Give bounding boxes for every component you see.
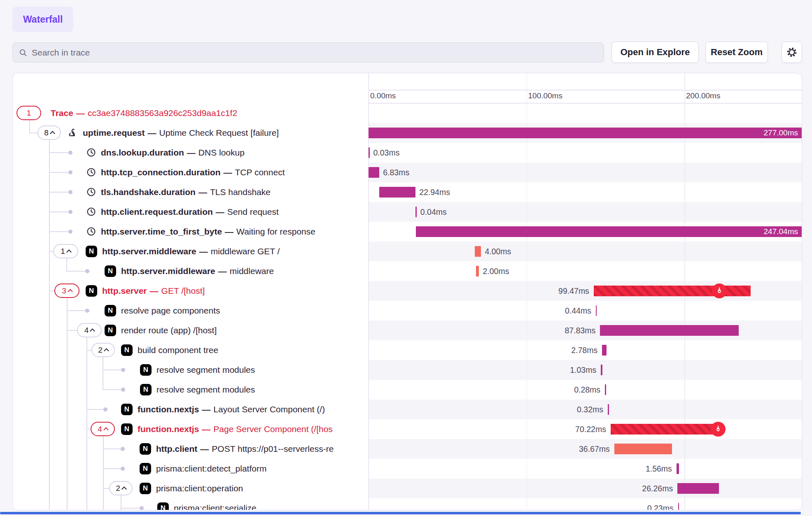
expand-toggle-pill[interactable]: 4 <box>77 323 102 337</box>
duration-bar[interactable] <box>602 345 607 356</box>
duration-bar[interactable] <box>369 167 379 178</box>
duration-bar[interactable] <box>600 325 739 336</box>
duration-bar[interactable] <box>677 463 679 474</box>
nextjs-icon: N <box>86 246 97 257</box>
span-op-name: uptime.request <box>83 128 145 137</box>
duration-bar[interactable]: 277.00ms <box>369 128 802 138</box>
tree-guide-line <box>103 436 104 510</box>
span-title: http.server—GET /[host] <box>102 281 368 301</box>
nextjs-icon: N <box>140 463 151 474</box>
settings-button[interactable] <box>782 42 802 63</box>
trace-row[interactable]: Nhttp.client—POST https://p01--serverles… <box>13 439 802 459</box>
trace-row[interactable]: 4Nfunction.nextjs—Page Server Component … <box>13 419 802 439</box>
chevron-up-icon <box>50 131 55 136</box>
reset-zoom-button[interactable]: Reset Zoom <box>705 42 768 63</box>
span-op-name: http.server.time_to_first_byte <box>101 227 222 236</box>
span-title: http.server.middleware—middleware GET / <box>102 242 368 261</box>
span-title: render route (app) /[host] <box>121 321 368 340</box>
child-count: 3 <box>62 286 66 295</box>
duration-bar[interactable] <box>415 207 417 217</box>
expand-toggle-pill[interactable]: 2 <box>109 481 133 495</box>
tree-connector <box>49 192 71 193</box>
span-description: Layout Server Component (/) <box>213 404 325 414</box>
tab-waterfall[interactable]: Waterfall <box>12 7 73 32</box>
duration-bar[interactable] <box>677 483 719 494</box>
trace-row[interactable]: dns.lookup.duration—DNS lookup0.03ms <box>13 143 802 163</box>
span-op-name: http.client.request.duration <box>101 207 213 216</box>
duration-label: 0.32ms <box>577 404 603 415</box>
trace-row[interactable]: Nresolve segment modules1.03ms <box>13 360 802 380</box>
span-description: Page Server Component (/[hos <box>213 424 333 434</box>
duration-bar[interactable] <box>601 365 602 375</box>
duration-bar[interactable] <box>608 404 609 415</box>
search-input[interactable] <box>32 48 598 58</box>
duration-bar[interactable] <box>475 246 481 257</box>
trace-row[interactable]: Nresolve segment modules0.28ms <box>13 380 802 400</box>
trace-row[interactable]: 8uptime.request—Uptime Check Request [fa… <box>13 123 802 143</box>
expand-toggle-pill[interactable]: 1 <box>53 244 78 258</box>
chevron-up-icon <box>68 289 73 294</box>
flame-badge <box>712 284 727 298</box>
separator-dash: — <box>150 286 159 295</box>
duration-bar[interactable] <box>678 503 679 510</box>
leaf-dot <box>140 506 144 510</box>
duration-label: 36.67ms <box>579 444 610 454</box>
span-description: Waiting for response <box>236 227 315 236</box>
trace-row[interactable]: Nprisma:client:detect_platform1.56ms <box>13 459 802 479</box>
expand-toggle-pill[interactable]: 4 <box>91 422 115 436</box>
separator-dash: — <box>187 148 196 157</box>
duration-bar[interactable] <box>369 147 370 158</box>
trace-row[interactable]: http.server.time_to_first_byte—Waiting f… <box>13 222 802 242</box>
leaf-dot <box>85 269 89 273</box>
trace-row[interactable]: 1Trace—cc3ae3748883563a926c253d9aa1c1f2 <box>13 103 802 123</box>
leaf-dot <box>121 467 125 471</box>
trace-row[interactable]: http.client.request.duration—Send reques… <box>13 202 802 222</box>
duration-bar[interactable] <box>614 444 672 454</box>
trace-row[interactable]: 1Nhttp.server.middleware—middleware GET … <box>13 242 802 261</box>
duration-bar[interactable] <box>594 286 751 296</box>
duration-bar[interactable] <box>596 305 597 316</box>
nextjs-icon: N <box>140 364 152 376</box>
expand-toggle-pill[interactable]: 1 <box>16 106 41 120</box>
child-count: 8 <box>44 128 49 137</box>
clock-icon <box>86 226 96 238</box>
trace-row[interactable]: Nresolve page components0.44ms <box>13 301 802 321</box>
duration-bar[interactable] <box>605 384 606 395</box>
duration-bar[interactable] <box>611 424 721 435</box>
expand-toggle-pill[interactable]: 2 <box>91 343 115 357</box>
chevron-up-icon <box>104 348 109 353</box>
separator-dash: — <box>148 128 156 137</box>
trace-row[interactable]: 2Nprisma:client:operation26.26ms <box>13 479 802 498</box>
duration-label: 1.56ms <box>646 463 672 474</box>
separator-dash: — <box>223 167 232 177</box>
expand-toggle-pill[interactable]: 3 <box>54 284 79 298</box>
span-op-name: render route (app) /[host] <box>121 325 217 335</box>
expand-toggle-pill[interactable]: 8 <box>37 126 61 140</box>
open-in-explore-button[interactable]: Open in Explore <box>611 42 699 63</box>
span-op-name: prisma:client:detect_platform <box>156 464 266 473</box>
trace-row[interactable]: tls.handshake.duration—TLS handshake22.9… <box>13 182 802 202</box>
leaf-dot <box>68 170 72 174</box>
span-op-name: prisma:client:serialize <box>174 503 257 510</box>
trace-row[interactable]: Nprisma:client:serialize0.23ms <box>13 498 802 510</box>
span-title: http.server.middleware—middleware <box>121 261 368 281</box>
duration-label: 70.22ms <box>575 424 606 435</box>
duration-label: 2.78ms <box>571 345 597 356</box>
duration-bar[interactable] <box>476 266 479 277</box>
trace-row[interactable]: 4Nrender route (app) /[host]87.83ms <box>13 321 802 340</box>
trace-row[interactable]: http.tcp_connection.duration—TCP connect… <box>13 163 802 182</box>
duration-bar[interactable]: 247.04ms <box>416 226 802 237</box>
tree-chart-divider[interactable] <box>368 73 369 510</box>
separator-dash: — <box>202 424 210 434</box>
span-op-name: resolve segment modules <box>156 365 255 374</box>
separator-dash: — <box>216 207 224 216</box>
trace-row[interactable]: Nhttp.server.middleware—middleware2.00ms <box>13 261 802 281</box>
gear-icon <box>786 46 798 58</box>
trace-row[interactable]: Nfunction.nextjs—Layout Server Component… <box>13 400 802 419</box>
nextjs-icon: N <box>105 305 116 316</box>
search-box[interactable] <box>12 42 604 63</box>
trace-row[interactable]: 2Nbuild component tree2.78ms <box>13 340 802 360</box>
trace-row[interactable]: 3Nhttp.server—GET /[host]99.47ms <box>13 281 802 301</box>
panel-resize-divider[interactable] <box>0 512 801 514</box>
duration-bar[interactable] <box>379 187 415 198</box>
